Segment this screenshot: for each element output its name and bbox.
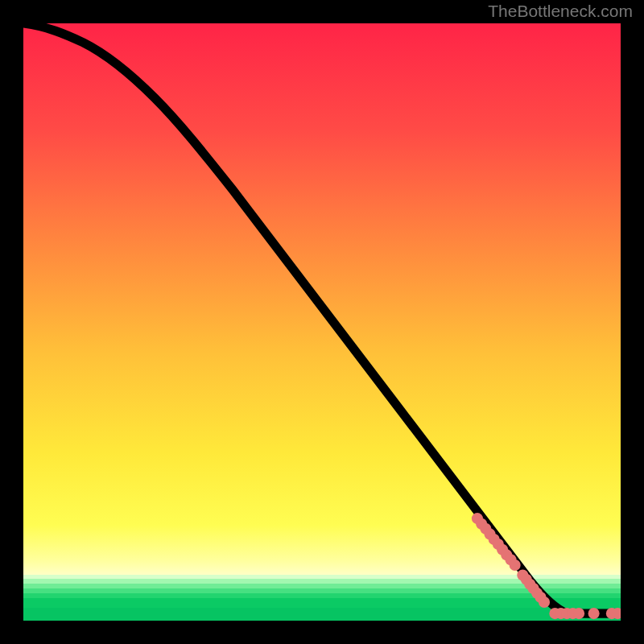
bottleneck-curve [23, 23, 621, 613]
slope-markers [472, 513, 550, 608]
attribution-text: TheBottleneck.com [488, 2, 633, 21]
marker [510, 559, 521, 571]
marker [539, 597, 550, 608]
marker [573, 608, 584, 619]
marker [588, 608, 600, 619]
plot-area [23, 23, 621, 621]
curve-layer [23, 23, 621, 621]
